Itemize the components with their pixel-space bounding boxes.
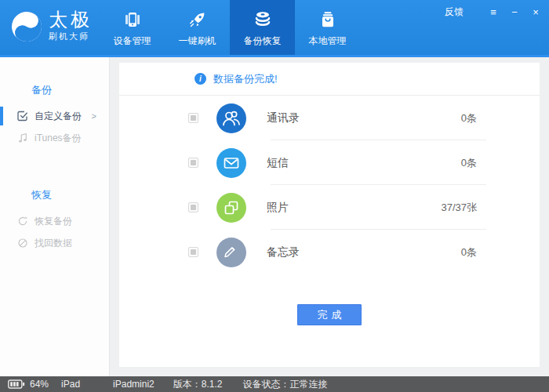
taiji-logo-icon bbox=[5, 5, 49, 49]
done-button[interactable]: 完成 bbox=[297, 304, 362, 325]
sidebar-item-label: 自定义备份 bbox=[35, 110, 82, 123]
list-item-memos: 备忘录 0条 bbox=[119, 230, 540, 274]
row-label: 通讯录 bbox=[267, 111, 300, 125]
device-manage-icon bbox=[122, 9, 144, 31]
backup-restore-icon bbox=[252, 9, 274, 31]
row-count: 37/37张 bbox=[441, 201, 477, 215]
row-checkbox[interactable] bbox=[188, 113, 198, 123]
recover-data-icon bbox=[17, 238, 28, 249]
battery-percent: 64% bbox=[30, 379, 49, 390]
app-title: 太极 bbox=[49, 10, 93, 29]
list-item-sms: 短信 0条 bbox=[119, 140, 540, 185]
sms-icon bbox=[216, 148, 246, 178]
sidebar-section-restore: 恢复 bbox=[0, 188, 109, 202]
status-bar: 64% iPad iPadmini2 版本：8.1.2 设备状态：正常连接 bbox=[0, 376, 549, 392]
memo-icon bbox=[216, 238, 246, 267]
tab-local-manage[interactable]: 本地管理 bbox=[295, 0, 360, 55]
sidebar-item-label: 找回数据 bbox=[35, 237, 72, 250]
sidebar-item-recover-data[interactable]: 找回数据 bbox=[0, 232, 109, 254]
menu-icon[interactable]: ≡ bbox=[488, 7, 499, 18]
photos-icon bbox=[216, 193, 246, 223]
close-icon[interactable]: × bbox=[530, 7, 541, 18]
custom-backup-icon bbox=[17, 111, 28, 122]
feedback-button[interactable]: 反馈 bbox=[445, 5, 464, 19]
row-count: 0条 bbox=[461, 156, 477, 170]
sidebar-item-restore-backup[interactable]: 恢复备份 bbox=[0, 210, 109, 232]
sidebar-section-backup: 备份 bbox=[0, 83, 109, 97]
sidebar-item-label: iTunes备份 bbox=[35, 132, 82, 145]
tab-label: 备份恢复 bbox=[244, 34, 282, 48]
device-version: 版本：8.1.2 bbox=[173, 378, 223, 391]
info-icon: i bbox=[195, 73, 206, 85]
chevron-right-icon: > bbox=[92, 111, 96, 121]
backup-complete-banner: i 数据备份完成! bbox=[119, 63, 540, 96]
row-label: 照片 bbox=[267, 201, 289, 215]
list-item-photos: 照片 37/37张 bbox=[119, 185, 540, 230]
row-checkbox[interactable] bbox=[188, 202, 198, 212]
window-controls: 反馈 ≡ − × bbox=[445, 5, 541, 19]
active-indicator bbox=[0, 107, 3, 125]
row-count: 0条 bbox=[461, 111, 477, 125]
nav-tabs: 设备管理 一键刷机 bbox=[100, 0, 360, 55]
list-item-contacts: 通讯录 0条 bbox=[119, 96, 540, 140]
sidebar-item-label: 恢复备份 bbox=[35, 215, 72, 228]
restore-backup-icon bbox=[17, 216, 28, 227]
itunes-backup-icon bbox=[17, 132, 28, 143]
tab-label: 一键刷机 bbox=[179, 34, 216, 48]
one-key-flash-icon bbox=[187, 9, 209, 31]
device-type: iPad bbox=[61, 379, 80, 390]
banner-text: 数据备份完成! bbox=[213, 72, 278, 86]
row-checkbox[interactable] bbox=[188, 158, 198, 168]
main-panel: i 数据备份完成! 通讯录 0条 bbox=[119, 63, 540, 367]
row-label: 短信 bbox=[267, 156, 289, 170]
tab-device-manage[interactable]: 设备管理 bbox=[100, 0, 165, 55]
sidebar-item-custom-backup[interactable]: 自定义备份 > bbox=[0, 105, 109, 127]
contacts-icon bbox=[216, 103, 246, 133]
row-label: 备忘录 bbox=[267, 245, 300, 260]
device-name: iPadmini2 bbox=[113, 379, 155, 390]
app-window: 太极 刷机大师 设备管理 bbox=[0, 0, 549, 392]
tab-backup-restore[interactable]: 备份恢复 bbox=[230, 0, 295, 55]
device-status: 设备状态：正常连接 bbox=[242, 378, 327, 391]
row-checkbox[interactable] bbox=[188, 247, 198, 257]
tab-one-key-flash[interactable]: 一键刷机 bbox=[165, 0, 230, 55]
tab-label: 本地管理 bbox=[309, 34, 347, 48]
sidebar: 备份 自定义备份 > iTunes备份 恢复 bbox=[0, 57, 110, 376]
header: 太极 刷机大师 设备管理 bbox=[0, 0, 549, 57]
battery-icon bbox=[8, 379, 25, 389]
minimize-icon[interactable]: − bbox=[509, 7, 520, 18]
local-manage-icon bbox=[317, 9, 339, 31]
tab-label: 设备管理 bbox=[114, 34, 151, 48]
app-logo: 太极 刷机大师 bbox=[11, 10, 93, 42]
row-count: 0条 bbox=[461, 245, 477, 260]
sidebar-item-itunes-backup[interactable]: iTunes备份 bbox=[0, 127, 109, 149]
app-subtitle: 刷机大师 bbox=[49, 31, 93, 42]
